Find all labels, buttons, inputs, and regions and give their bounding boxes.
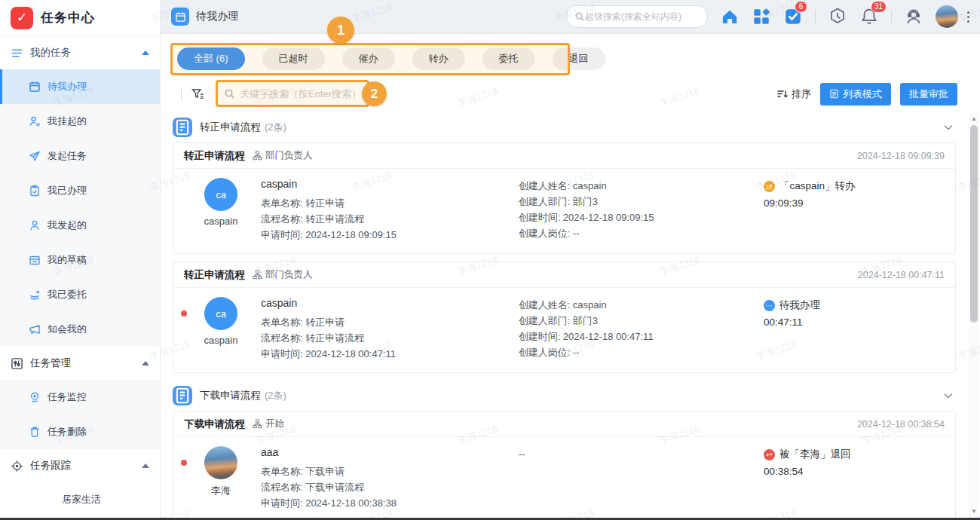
- task-card[interactable]: 转正申请流程部门负责人2024-12-18 09:09:39cacaspainc…: [173, 142, 956, 254]
- monitor-icon: [29, 391, 41, 403]
- sidebar-item[interactable]: 我的草稿: [0, 243, 160, 277]
- card-status-column: ↩被「李海」退回00:38:54: [764, 446, 945, 511]
- sidebar-item-label: 我发起的: [47, 219, 87, 232]
- unread-indicator-col: [178, 446, 190, 511]
- filter-tab-1[interactable]: 已超时: [262, 47, 325, 70]
- content: 全部 (6)已超时催办转办委托退回 排序 列表模式: [161, 34, 980, 520]
- sidebar-section-2[interactable]: 任务跟踪: [0, 449, 160, 482]
- list-mode-button[interactable]: 列表模式: [820, 83, 891, 106]
- sort-icon: [776, 88, 789, 100]
- sidebar-item-label: 居家生活: [62, 493, 101, 506]
- sidebar-section-1[interactable]: 任务管理: [0, 347, 160, 380]
- apps-grid-icon[interactable]: [752, 7, 771, 26]
- card-timestamp: 2024-12-18 09:09:39: [857, 151, 945, 161]
- clock-in-icon[interactable]: [828, 7, 847, 26]
- keyword-search[interactable]: [217, 81, 368, 106]
- group-header: 转正申请流程(2条): [173, 112, 956, 142]
- filter-tab-3[interactable]: 转办: [412, 47, 465, 70]
- sidebar-item[interactable]: 我发起的: [0, 208, 160, 243]
- home-icon[interactable]: [720, 7, 740, 26]
- org-node-icon: [253, 270, 262, 280]
- bell-icon[interactable]: 31: [859, 7, 879, 26]
- user-avatar[interactable]: [936, 5, 958, 28]
- sidebar-item[interactable]: 我挂起的: [0, 104, 160, 139]
- card-main-name: aaa: [261, 446, 519, 458]
- target-icon: [11, 460, 23, 473]
- sidebar-item-label: 我已委托: [47, 288, 87, 301]
- topbar: 待我办理 6 31: [161, 0, 980, 34]
- card-creator-column: 创建人姓名: caspain创建人部门: 部门3创建时间: 2024-12-18…: [519, 297, 764, 362]
- process-group-icon: [173, 386, 192, 405]
- my-tasks-icon[interactable]: 6: [783, 7, 803, 26]
- sidebar-item[interactable]: 发起任务: [0, 139, 160, 173]
- group-count: (2条): [265, 121, 286, 134]
- card-field: 创建人岗位: --: [519, 225, 764, 241]
- scroll-up-icon[interactable]: ▲: [969, 113, 979, 124]
- sidebar-item[interactable]: 居家生活: [0, 482, 160, 517]
- card-node-label: 部门负责人: [265, 149, 313, 162]
- status-line: ⋯待我办理: [764, 298, 945, 312]
- sidebar-item[interactable]: 任务删除: [0, 414, 160, 449]
- collapse-arrow-icon: [142, 50, 149, 55]
- sidebar-item-label: 任务删除: [47, 425, 87, 439]
- card-node-label: 部门负责人: [265, 268, 313, 281]
- send-icon: [29, 150, 41, 162]
- global-search[interactable]: [566, 5, 708, 28]
- avatar: [204, 446, 237, 479]
- scrollbar-thumb[interactable]: [970, 125, 978, 323]
- filter-tab-0[interactable]: 全部 (6): [177, 47, 245, 70]
- app-title: 任务中心: [41, 9, 95, 26]
- sidebar: ✓ 任务中心 我的任务待我办理我挂起的发起任务我已办理我发起的我的草稿我已委托知…: [0, 0, 161, 520]
- sidebar-item[interactable]: 我已委托: [0, 277, 160, 312]
- task-card[interactable]: 下载申请流程开始2024-12-18 00:38:54李海aaa表单名称: 下载…: [173, 411, 956, 518]
- chevron-down-icon[interactable]: [942, 390, 954, 402]
- card-creator-column: --: [519, 446, 764, 511]
- avatar-name: caspain: [190, 335, 252, 346]
- filter-tab-5[interactable]: 退回: [553, 47, 605, 70]
- global-search-input[interactable]: [585, 11, 700, 22]
- task-card[interactable]: 转正申请流程部门负责人2024-12-18 00:47:11cacaspainc…: [173, 262, 956, 373]
- filter-tab-4[interactable]: 委托: [482, 47, 535, 70]
- card-field: 申请时间: 2024-12-18 00:47:11: [261, 346, 519, 362]
- card-main-name: caspain: [261, 297, 519, 309]
- scroll-down-icon[interactable]: ▼: [969, 506, 979, 516]
- clipboard-check-icon: [29, 185, 41, 197]
- sidebar-item[interactable]: 任务监控: [0, 380, 160, 414]
- card-status-column: ⇄「caspain」转办09:09:39: [764, 178, 945, 243]
- card-field: 申请时间: 2024-12-18 09:09:15: [261, 227, 519, 243]
- avatar-block: cacaspain: [190, 178, 252, 243]
- sort-control[interactable]: 排序: [776, 87, 811, 101]
- avatar-block: cacaspain: [190, 297, 252, 362]
- sidebar-item[interactable]: 待我办理: [0, 69, 160, 104]
- search-icon: [224, 88, 235, 99]
- chevron-down-icon[interactable]: [942, 121, 954, 133]
- sidebar-section-0[interactable]: 我的任务: [0, 36, 160, 69]
- list-mode-icon: [829, 89, 839, 99]
- sidebar-submenu: 待我办理我挂起的发起任务我已办理我发起的我的草稿我已委托知会我的: [0, 69, 160, 347]
- task-card-header: 转正申请流程部门负责人2024-12-18 09:09:39: [173, 143, 955, 169]
- sidebar-item[interactable]: 我已办理: [0, 173, 160, 208]
- unread-dot: [181, 310, 187, 317]
- scrollbar[interactable]: ▲ ▼: [969, 113, 979, 516]
- more-menu-icon[interactable]: [967, 11, 969, 23]
- process-group-icon: [173, 118, 192, 137]
- task-card-header: 下载申请流程开始2024-12-18 00:38:54: [173, 411, 955, 437]
- keyword-search-input[interactable]: [240, 88, 361, 99]
- sidebar-item-label: 知会我的: [47, 323, 87, 336]
- filter-funnel-icon[interactable]: [191, 87, 204, 101]
- card-node: 开始: [253, 418, 284, 430]
- batch-approve-button[interactable]: 批量审批: [900, 83, 957, 106]
- filter-tab-2[interactable]: 催办: [342, 47, 395, 70]
- sidebar-item[interactable]: 知会我的: [0, 312, 160, 347]
- sliders-icon: [11, 357, 23, 370]
- status-time: 09:09:39: [764, 197, 945, 209]
- org-node-icon: [253, 151, 262, 161]
- card-field: 创建人部门: 部门3: [519, 313, 764, 329]
- card-main-column: aaa表单名称: 下载申请流程名称: 下载申请流程申请时间: 2024-12-1…: [252, 446, 519, 511]
- app-window: ✓ 任务中心 我的任务待我办理我挂起的发起任务我已办理我发起的我的草稿我已委托知…: [0, 0, 980, 520]
- card-field: 流程名称: 下载申请流程: [261, 479, 519, 495]
- unread-indicator-col: [178, 178, 190, 243]
- card-node: 部门负责人: [253, 268, 313, 281]
- customer-service-icon[interactable]: [904, 7, 923, 26]
- card-field: 创建人姓名: caspain: [519, 297, 764, 313]
